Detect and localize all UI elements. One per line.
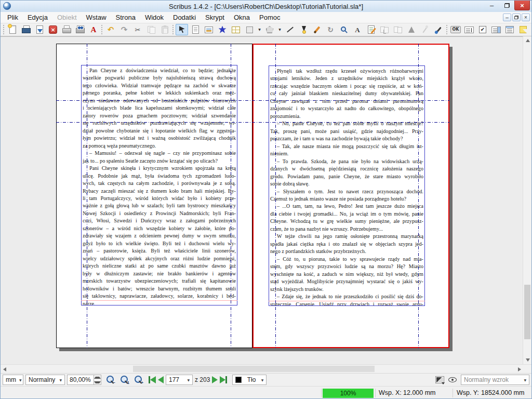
text-frame-left[interactable]: Pan Cheyne z doświadczenia wiedział, co … <box>81 65 237 305</box>
polygon-dropdown[interactable]: ▼ <box>277 24 283 35</box>
page-177-current[interactable]: Płynęli tak wzdłuż rzędu krzeseł ożywion… <box>252 44 449 348</box>
toolbar-grip[interactable] <box>3 25 4 34</box>
vertical-scrollbar-thumb[interactable] <box>524 285 530 339</box>
paste-button[interactable] <box>158 24 171 35</box>
text-line: – Tak, ale nasze miasta nie mogą poszczy… <box>270 143 423 150</box>
insert-render-frame-button[interactable] <box>216 24 229 35</box>
mdi-close-button[interactable]: × <box>522 14 530 21</box>
pdf-combo-box-button[interactable] <box>490 24 502 35</box>
insert-shape-button[interactable] <box>243 24 256 35</box>
undo-button[interactable]: ↶ <box>104 24 117 35</box>
print-button[interactable] <box>60 24 73 35</box>
edit-contents-button[interactable]: A <box>351 24 364 35</box>
redo-button[interactable]: ↷ <box>118 24 130 35</box>
pdf-push-button[interactable]: OK <box>449 24 462 35</box>
insert-line-button[interactable] <box>284 24 296 35</box>
scroll-down-icon[interactable] <box>526 358 530 362</box>
horizontal-guide[interactable] <box>56 100 449 101</box>
menu-obiekt[interactable]: Obiekt <box>52 12 82 23</box>
pdf-text-field-button[interactable] <box>463 24 475 35</box>
vertical-guide[interactable] <box>87 44 87 348</box>
zoom-in-button[interactable]: + <box>133 375 143 385</box>
unlink-text-frames-button[interactable] <box>392 24 404 35</box>
zoom-spin-up[interactable] <box>94 375 101 380</box>
pdf-text-annotation-button[interactable] <box>517 24 529 35</box>
toolbar-grip[interactable] <box>101 25 102 34</box>
select-item-button[interactable] <box>176 24 188 35</box>
mdi-minimize-button[interactable]: – <box>503 14 511 21</box>
toolbar-grip[interactable] <box>172 25 174 34</box>
menu-wstaw[interactable]: Wstaw <box>82 12 111 23</box>
vertical-guide[interactable] <box>231 44 231 348</box>
copy-button[interactable] <box>145 24 157 35</box>
menu-strona[interactable]: Strona <box>111 12 140 23</box>
save-button[interactable] <box>33 24 46 35</box>
menu-widok[interactable]: Widok <box>140 12 168 23</box>
insert-image-frame-button[interactable] <box>203 24 215 35</box>
horizontal-scrollbar-thumb[interactable] <box>133 366 375 372</box>
story-editor-button[interactable] <box>365 24 377 35</box>
chevron-down-icon: ▼ <box>187 378 190 382</box>
zoom-out-button[interactable]: − <box>105 375 115 385</box>
export-pdf-button[interactable]: A <box>87 24 100 35</box>
vertical-guide[interactable] <box>418 44 419 348</box>
insert-freehand-button[interactable] <box>311 24 323 35</box>
vision-select[interactable]: Normalny wzrok ▼ <box>461 375 529 385</box>
toolbar-grip[interactable] <box>446 25 447 34</box>
close-button[interactable]: × <box>47 24 59 35</box>
preview-mode-icon[interactable] <box>435 376 444 383</box>
rotate-item-button[interactable]: ↻ <box>324 24 337 35</box>
page-number-combo[interactable]: 177 ▼ <box>166 375 193 385</box>
insert-polygon-button[interactable] <box>263 24 276 35</box>
text-line: – Cóż to, u pioruna, takie to wy sprawuj… <box>270 256 423 263</box>
zoom-original-button[interactable]: 1 <box>119 375 129 385</box>
menu-pomoc[interactable]: Pomoc <box>255 12 285 23</box>
menu-okna[interactable]: Okna <box>229 12 255 23</box>
zoom-spin-down[interactable] <box>94 380 101 384</box>
document-canvas[interactable]: Pan Cheyne z doświadczenia wiedział, co … <box>1 36 524 364</box>
insert-text-frame-button[interactable] <box>189 24 202 35</box>
new-document-button[interactable] <box>6 24 19 35</box>
zoom-spinbox[interactable]: 80,00% <box>67 375 101 385</box>
scroll-right-icon[interactable] <box>518 367 521 371</box>
shape-dropdown[interactable]: ▼ <box>257 24 262 35</box>
pdf-list-box-button[interactable] <box>503 24 516 35</box>
text-frame-right[interactable]: Płynęli tak wzdłuż rzędu krzeseł ożywion… <box>269 65 425 306</box>
layer-select[interactable]: Tło ▼ <box>232 375 267 385</box>
zoom-tool-button[interactable] <box>338 24 350 35</box>
last-page-button[interactable] <box>220 376 227 383</box>
cut-button[interactable]: ✂ <box>131 24 144 35</box>
vertical-scrollbar[interactable] <box>523 36 531 364</box>
horizontal-scrollbar[interactable] <box>1 364 524 373</box>
pdf-checkbox-button[interactable]: ✔ <box>476 24 489 35</box>
close-button[interactable]: × <box>514 1 530 10</box>
vertical-guide[interactable] <box>275 44 276 348</box>
eye-dropper-button[interactable] <box>432 24 445 35</box>
titlebar[interactable]: Scribus 1.4.2 - [C:\Users\RobertCh\Deskt… <box>1 1 531 12</box>
quality-select[interactable]: Normalny ▼ <box>25 375 65 385</box>
menu-skrypt[interactable]: Skrypt <box>201 12 229 23</box>
menu-edycja[interactable]: Edycja <box>23 12 52 23</box>
scroll-up-icon[interactable] <box>526 39 530 42</box>
menu-plik[interactable]: Plik <box>3 12 23 23</box>
insert-bezier-button[interactable] <box>297 24 310 35</box>
page-176[interactable]: Pan Cheyne z doświadczenia wiedział, co … <box>56 44 252 348</box>
next-page-button[interactable] <box>212 376 218 383</box>
preflight-verifier-button[interactable] <box>74 24 86 35</box>
restore-button[interactable] <box>499 1 514 10</box>
eye-icon[interactable] <box>448 377 457 382</box>
zoom-value[interactable]: 80,00% <box>67 375 94 385</box>
previous-page-button[interactable] <box>158 376 164 383</box>
horizontal-guide[interactable] <box>56 122 449 123</box>
link-text-frames-button[interactable] <box>378 24 391 35</box>
scroll-left-icon[interactable] <box>3 367 6 371</box>
minimize-button[interactable]: – <box>484 1 499 10</box>
insert-table-button[interactable] <box>230 24 242 35</box>
measurements-button[interactable] <box>405 24 418 35</box>
copy-item-properties-button[interactable] <box>419 24 431 35</box>
open-button[interactable] <box>20 24 32 35</box>
mdi-restore-button[interactable] <box>512 14 521 21</box>
unit-select[interactable]: mm ▼ <box>3 375 23 385</box>
menu-dodatki[interactable]: Dodatki <box>168 12 201 23</box>
first-page-button[interactable] <box>149 376 156 383</box>
